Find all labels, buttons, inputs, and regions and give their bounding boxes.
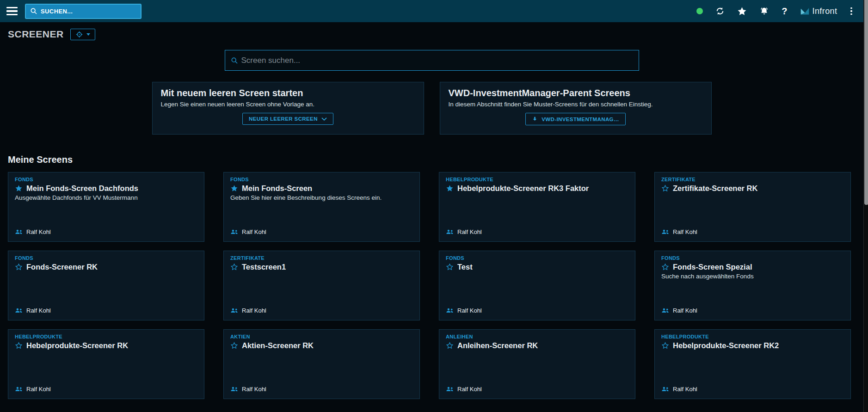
- topbar-actions: ? Infront: [696, 6, 853, 17]
- screener-app: ? Infront SCREENER: [0, 0, 868, 412]
- screen-card-owner: Ralf Kohl: [26, 228, 51, 235]
- page-header: SCREENER: [0, 28, 863, 40]
- panel-button-label: NEUER LEERER SCREEN: [249, 116, 318, 122]
- favorite-star-icon[interactable]: [15, 184, 23, 192]
- screen-card-title: Anleihen-Screener RK: [457, 341, 538, 350]
- users-icon: [661, 307, 669, 314]
- screen-search-input[interactable]: [241, 56, 633, 65]
- screen-card-category: AKTIEN: [230, 334, 413, 339]
- users-icon: [661, 229, 669, 235]
- screen-card-category: FONDS: [15, 255, 197, 261]
- screen-card[interactable]: HEBELPRODUKTE Hebelprodukte-Screener RK2: [654, 329, 851, 399]
- screen-card-owner: Ralf Kohl: [242, 228, 266, 235]
- favorite-star-icon[interactable]: [446, 263, 454, 271]
- favorite-star-icon[interactable]: [15, 263, 23, 271]
- screen-card[interactable]: FONDS Mein Fonds-Screen Dachfonds Ausgew…: [8, 172, 204, 242]
- screen-card[interactable]: ZERTIFIKATE Zertifikate-Screener RK: [654, 172, 851, 242]
- help-icon[interactable]: ?: [782, 6, 787, 17]
- panel-button-label: VWD-INVESTMENTMANAG…: [542, 117, 619, 122]
- infront-logo-icon: [800, 6, 810, 16]
- panel-title: Mit neuem leeren Screen starten: [161, 88, 415, 98]
- screen-card[interactable]: AKTIEN Aktien-Screener RK: [223, 329, 420, 399]
- screen-card[interactable]: FONDS Mein Fonds-Screen Geben Sie hier e…: [223, 172, 420, 242]
- screen-card-title: Test: [457, 263, 473, 271]
- favorite-star-icon[interactable]: [230, 342, 238, 350]
- brand: Infront: [800, 6, 837, 16]
- vertical-scrollbar[interactable]: [863, 0, 868, 412]
- global-search-input[interactable]: [41, 8, 136, 15]
- screen-card[interactable]: ANLEIHEN Anleihen-Screener RK: [439, 329, 635, 399]
- users-icon: [15, 307, 23, 314]
- favorite-star-icon[interactable]: [446, 184, 454, 192]
- screen-card[interactable]: HEBELPRODUKTE Hebelprodukte-Screener RK: [8, 329, 204, 399]
- users-icon: [446, 307, 454, 314]
- overflow-menu-icon[interactable]: [850, 6, 853, 16]
- search-icon: [30, 7, 37, 15]
- screen-card-category: FONDS: [230, 177, 413, 182]
- search-icon: [231, 57, 238, 64]
- users-icon: [230, 386, 238, 392]
- screen-card-category: ANLEIHEN: [446, 334, 628, 339]
- screen-card-title: Fonds-Screener RK: [26, 263, 98, 271]
- download-icon: [532, 116, 538, 122]
- screen-card-owner: Ralf Kohl: [457, 228, 482, 235]
- screen-card-owner: Ralf Kohl: [242, 307, 266, 314]
- screen-card-title: Zertifikate-Screener RK: [673, 184, 757, 193]
- screen-card-category: ZERTIFIKATE: [230, 255, 413, 261]
- connection-status-icon: [696, 8, 703, 14]
- screen-card-owner: Ralf Kohl: [673, 228, 697, 235]
- screen-card-owner: Ralf Kohl: [457, 386, 482, 393]
- favorite-star-icon[interactable]: [661, 342, 669, 350]
- link-target-button[interactable]: [70, 29, 95, 40]
- users-icon: [446, 229, 454, 235]
- screen-card[interactable]: FONDS Fonds-Screener RK: [8, 251, 204, 320]
- screen-card-owner: Ralf Kohl: [26, 386, 51, 393]
- screen-card-owner: Ralf Kohl: [457, 307, 482, 314]
- intro-panel: Mit neuem leeren Screen starten Legen Si…: [152, 82, 424, 135]
- screen-card[interactable]: ZERTIFIKATE Testscreen1: [223, 251, 420, 320]
- favorite-star-icon[interactable]: [446, 342, 454, 350]
- screen-card-title: Mein Fonds-Screen Dachfonds: [26, 184, 138, 193]
- screen-card-description: Suche nach ausgewählten Fonds: [661, 273, 844, 280]
- users-icon: [230, 307, 238, 314]
- favorite-star-icon[interactable]: [230, 184, 238, 192]
- favorite-star-icon[interactable]: [230, 263, 238, 271]
- panel-action-button[interactable]: VWD-INVESTMENTMANAG…: [525, 113, 626, 125]
- favorite-star-icon[interactable]: [15, 342, 23, 350]
- favorite-star-icon[interactable]: [661, 184, 669, 192]
- scrollbar-thumb[interactable]: [864, 0, 868, 205]
- screen-card-category: HEBELPRODUKTE: [446, 177, 628, 182]
- screen-card-category: FONDS: [15, 177, 197, 182]
- refresh-icon[interactable]: [715, 6, 725, 16]
- users-icon: [230, 229, 238, 235]
- screen-card-title: Hebelprodukte-Screener RK: [26, 341, 128, 350]
- users-icon: [446, 386, 454, 392]
- screen-card-title: Aktien-Screener RK: [242, 341, 314, 350]
- main-window: ? Infront SCREENER: [0, 0, 863, 412]
- users-icon: [15, 386, 23, 392]
- panel-action-button[interactable]: NEUER LEERER SCREEN: [242, 113, 333, 125]
- screen-card[interactable]: FONDS Fonds-Screen Spezial Suche nach au…: [654, 251, 851, 320]
- screen-card[interactable]: FONDS Test Ralf Kohl: [439, 251, 635, 320]
- top-bar: ? Infront: [0, 0, 863, 22]
- chevron-down-icon: [321, 117, 327, 121]
- menu-hamburger-icon[interactable]: [6, 7, 18, 15]
- screen-search-box[interactable]: [225, 50, 639, 71]
- crosshair-icon: [75, 31, 83, 38]
- favorite-star-icon[interactable]: [661, 263, 669, 271]
- my-screens-heading: Meine Screens: [0, 154, 863, 165]
- screen-card[interactable]: HEBELPRODUKTE Hebelprodukte-Screener RK3…: [439, 172, 635, 242]
- screen-card-description: Ausgewählte Dachfonds für VV Mustermann: [15, 194, 197, 201]
- users-icon: [15, 229, 23, 235]
- screen-card-owner: Ralf Kohl: [673, 307, 697, 314]
- screen-card-category: ZERTIFIKATE: [661, 177, 844, 182]
- screen-card-title: Mein Fonds-Screen: [242, 184, 312, 193]
- global-search-box[interactable]: [25, 4, 142, 19]
- screen-card-category: FONDS: [661, 255, 844, 261]
- screen-card-category: FONDS: [446, 255, 628, 261]
- notifications-bell-icon[interactable]: [759, 6, 769, 16]
- panel-description: In diesem Abschnitt finden Sie Muster-Sc…: [449, 101, 703, 108]
- favorites-star-icon[interactable]: [737, 6, 747, 16]
- screen-card-category: HEBELPRODUKTE: [661, 334, 844, 339]
- screen-card-owner: Ralf Kohl: [26, 307, 51, 314]
